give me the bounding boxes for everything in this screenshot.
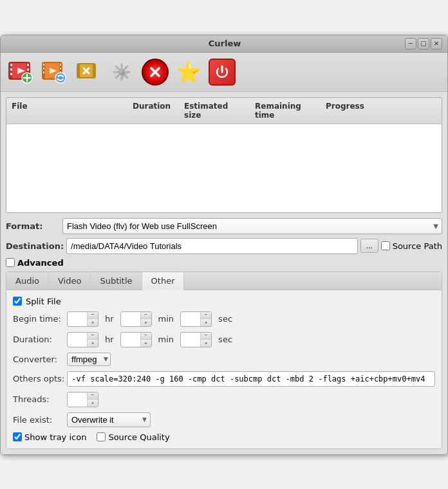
threads-label: Threads:: [13, 394, 64, 404]
file-exist-select-wrapper: Overwrite it ▼: [67, 412, 151, 427]
begin-sec-up[interactable]: +: [201, 319, 211, 327]
show-tray-checkbox-label[interactable]: Show tray icon: [13, 432, 86, 442]
settings-button[interactable]: [106, 57, 137, 88]
others-opts-row: Others opts:: [13, 371, 435, 387]
sec-label-dur: sec: [218, 335, 232, 344]
svg-rect-17: [43, 68, 44, 69]
dur-hr-value[interactable]: 0: [68, 335, 87, 344]
begin-sec-value[interactable]: 0: [181, 314, 200, 324]
begin-min-up[interactable]: +: [141, 319, 151, 327]
stop-button[interactable]: [140, 57, 171, 88]
source-path-checkbox[interactable]: [381, 241, 390, 250]
tabs-container: Audio Video Subtitle Other Split File: [6, 272, 442, 449]
tab-video[interactable]: Video: [49, 272, 91, 290]
browse-button[interactable]: ...: [360, 239, 378, 253]
source-path-checkbox-label[interactable]: Source Path: [381, 241, 442, 251]
svg-rect-20: [60, 68, 61, 69]
svg-point-40: [122, 72, 125, 75]
col-file-header: File: [6, 99, 127, 122]
svg-line-39: [117, 75, 119, 78]
dur-hr-up[interactable]: +: [88, 340, 98, 347]
file-table: File Duration Estimated size Remaining t…: [6, 97, 442, 213]
table-header: File Duration Estimated size Remaining t…: [6, 98, 442, 124]
minimize-button[interactable]: −: [405, 38, 416, 50]
close-button[interactable]: ✕: [431, 38, 442, 50]
begin-hr-down[interactable]: −: [88, 311, 98, 319]
maximize-button[interactable]: □: [418, 38, 429, 50]
advanced-checkbox[interactable]: [6, 258, 15, 267]
favorite-button[interactable]: ⭐: [173, 57, 204, 88]
converter-label: Converter:: [13, 355, 64, 364]
window-controls: − □ ✕: [405, 38, 442, 50]
file-exist-label: File exist:: [13, 415, 64, 425]
begin-min-value[interactable]: 0: [121, 314, 140, 324]
begin-sec-spinbox[interactable]: 0 − +: [180, 311, 212, 327]
source-path-label: Source Path: [393, 241, 442, 251]
svg-rect-18: [43, 71, 44, 73]
svg-rect-6: [27, 64, 29, 66]
dur-sec-spinbox[interactable]: 0 − +: [180, 332, 212, 347]
power-button[interactable]: [207, 57, 238, 88]
begin-min-down[interactable]: −: [141, 311, 151, 319]
dur-min-up[interactable]: +: [141, 340, 151, 347]
split-file-checkbox[interactable]: [13, 297, 22, 306]
svg-rect-3: [10, 64, 12, 66]
begin-hr-value[interactable]: 0: [68, 314, 87, 324]
begin-hr-spinbox[interactable]: 0 − +: [67, 311, 98, 327]
source-quality-checkbox-label[interactable]: Source Quality: [97, 432, 169, 442]
destination-row: Destination: ... Source Path: [6, 238, 442, 254]
begin-min-spinbox[interactable]: 0 − +: [120, 311, 152, 327]
converter-select-wrapper: ffmpeg ▼: [67, 353, 111, 366]
toolbar: ⭐: [1, 53, 447, 92]
dur-min-value[interactable]: 5: [121, 335, 140, 344]
destination-input[interactable]: [66, 238, 358, 254]
threads-buttons: − +: [87, 392, 98, 407]
begin-hr-buttons: − +: [87, 311, 98, 327]
min-label-begin: min: [158, 314, 174, 324]
dur-sec-down[interactable]: −: [201, 332, 211, 340]
col-estimated-size-header: Estimated size: [179, 99, 250, 122]
dur-hr-spinbox[interactable]: 0 − +: [67, 332, 98, 347]
threads-row: Threads: 0 − +: [13, 392, 435, 407]
svg-rect-28: [93, 64, 95, 78]
threads-down[interactable]: −: [88, 392, 98, 400]
source-quality-label: Source Quality: [108, 432, 169, 442]
table-body: [6, 124, 442, 213]
show-tray-checkbox[interactable]: [13, 432, 22, 441]
advanced-checkbox-label[interactable]: Advanced: [6, 258, 64, 268]
add-video-button[interactable]: [6, 57, 37, 88]
format-row: Format: Flash Video (flv) for Web use Fu…: [6, 218, 442, 234]
dur-hr-down[interactable]: −: [88, 332, 98, 340]
converter-select[interactable]: ffmpeg: [67, 353, 111, 366]
file-exist-select[interactable]: Overwrite it: [67, 412, 151, 427]
converter-row: Converter: ffmpeg ▼: [13, 353, 435, 366]
hr-label-begin: hr: [105, 314, 114, 324]
dur-min-spinbox[interactable]: 5 − +: [120, 332, 152, 347]
dur-sec-value[interactable]: 0: [181, 335, 200, 344]
threads-up[interactable]: +: [88, 400, 98, 407]
tab-other[interactable]: Other: [142, 272, 185, 290]
dur-sec-up[interactable]: +: [201, 340, 211, 347]
svg-rect-19: [60, 64, 61, 66]
format-select[interactable]: Flash Video (flv) for Web use FullScreen: [62, 218, 442, 234]
convert-button[interactable]: [39, 57, 70, 88]
svg-rect-27: [77, 64, 80, 78]
tab-other-content: Split File Begin time: 0 − + hr 0: [6, 290, 442, 448]
svg-rect-16: [43, 64, 44, 66]
format-select-wrapper: Flash Video (flv) for Web use FullScreen…: [62, 218, 442, 234]
dur-min-down[interactable]: −: [141, 332, 151, 340]
tab-subtitle[interactable]: Subtitle: [91, 272, 142, 290]
dur-sec-buttons: − +: [200, 332, 211, 347]
clear-button[interactable]: [73, 57, 104, 88]
bottom-options-row: Show tray icon Source Quality: [13, 432, 435, 442]
tab-audio[interactable]: Audio: [6, 272, 49, 290]
begin-hr-up[interactable]: +: [88, 319, 98, 327]
source-quality-checkbox[interactable]: [97, 432, 106, 441]
threads-spinbox[interactable]: 0 − +: [67, 392, 98, 407]
others-opts-input[interactable]: [67, 371, 435, 387]
min-label-dur: min: [158, 335, 174, 344]
titlebar: Curlew − □ ✕: [1, 35, 447, 53]
dur-hr-buttons: − +: [87, 332, 98, 347]
threads-value[interactable]: 0: [68, 394, 87, 404]
begin-sec-down[interactable]: −: [201, 311, 211, 319]
